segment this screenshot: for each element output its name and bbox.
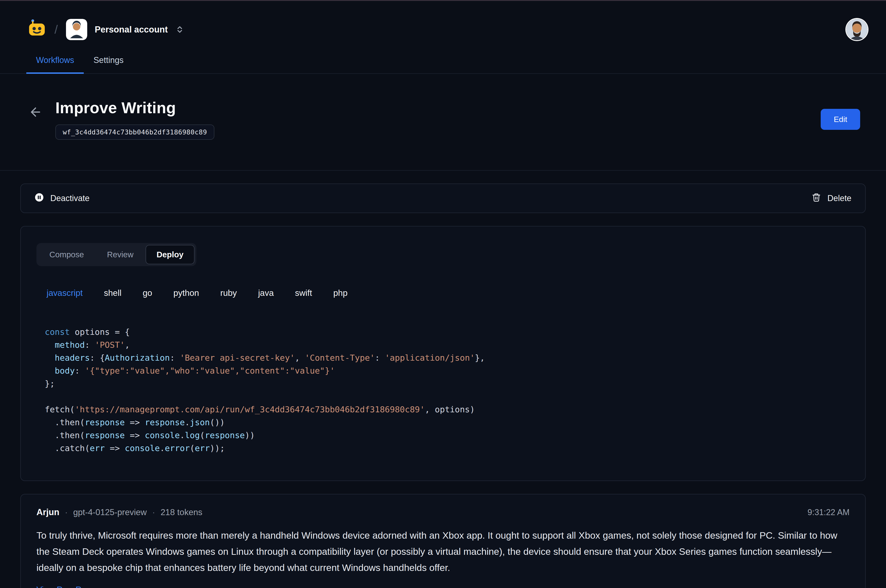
- result-body: To truly thrive, Microsoft requires more…: [36, 527, 850, 576]
- lang-tab-python[interactable]: python: [173, 288, 199, 298]
- chevron-up-down-icon: [176, 25, 184, 34]
- code-line: fetch('https://manageprompt.com/api/run/…: [45, 403, 850, 416]
- lang-tab-java[interactable]: java: [258, 288, 274, 298]
- result-author: Arjun: [36, 507, 59, 517]
- pause-circle-icon: [35, 193, 44, 204]
- primary-tabs: Workflows Settings: [0, 47, 886, 74]
- page-title: Improve Writing: [56, 99, 214, 117]
- result-model: gpt-4-0125-preview: [73, 507, 147, 517]
- result-timestamp: 9:31:22 AM: [808, 507, 850, 517]
- meta-separator: ·: [152, 507, 155, 517]
- code-line: .then(response => console.log(response)): [45, 429, 850, 442]
- lang-tab-php[interactable]: php: [333, 288, 348, 298]
- app-logo[interactable]: [26, 18, 48, 40]
- title-block: Improve Writing wf_3c4dd36474c73bb046b2d…: [56, 99, 214, 140]
- code-block: const options = { method: 'POST', header…: [36, 326, 850, 455]
- view-raw-response-link[interactable]: View Raw Response: [36, 585, 113, 588]
- main-content: Deactivate Delete Compose Review Deploy …: [0, 183, 886, 588]
- deploy-card: Compose Review Deploy javascript shell g…: [20, 226, 866, 481]
- meta-separator: ·: [65, 507, 68, 517]
- arrow-left-icon: [29, 105, 42, 121]
- workflow-id-badge: wf_3c4dd36474c73bb046b2df3186980c89: [56, 124, 214, 140]
- code-line: .catch(err => console.error(err));: [45, 442, 850, 455]
- segment-deploy[interactable]: Deploy: [146, 245, 195, 264]
- deactivate-label: Deactivate: [50, 194, 90, 203]
- edit-button[interactable]: Edit: [821, 109, 860, 130]
- code-line: };: [45, 377, 850, 390]
- back-button[interactable]: [29, 105, 42, 121]
- mode-segmented-control: Compose Review Deploy: [36, 243, 196, 266]
- code-line: const options = {: [45, 326, 850, 339]
- account-switcher[interactable]: Personal account: [66, 19, 184, 40]
- code-line: [45, 390, 850, 403]
- topbar: / Personal account: [0, 1, 886, 47]
- segment-compose[interactable]: Compose: [38, 245, 95, 264]
- result-tokens: 218 tokens: [161, 507, 202, 517]
- tab-settings[interactable]: Settings: [84, 47, 133, 74]
- tab-workflows[interactable]: Workflows: [26, 47, 84, 74]
- code-line: headers: {Authorization: 'Bearer api-sec…: [45, 351, 850, 364]
- delete-button[interactable]: Delete: [812, 193, 851, 204]
- delete-label: Delete: [827, 194, 851, 203]
- code-line: body: '{"type":"value","who":"value","co…: [45, 364, 850, 377]
- workflow-header: Improve Writing wf_3c4dd36474c73bb046b2d…: [0, 74, 886, 171]
- breadcrumb-separator: /: [54, 22, 58, 36]
- lang-tab-javascript[interactable]: javascript: [47, 288, 83, 298]
- user-avatar[interactable]: [846, 19, 868, 40]
- result-meta-row: Arjun · gpt-4-0125-preview · 218 tokens …: [36, 507, 850, 517]
- lang-tab-swift[interactable]: swift: [295, 288, 312, 298]
- robot-icon: [26, 18, 48, 42]
- trash-icon: [812, 193, 821, 204]
- result-card: Arjun · gpt-4-0125-preview · 218 tokens …: [20, 494, 866, 588]
- account-avatar: [66, 19, 87, 40]
- segment-review[interactable]: Review: [96, 245, 145, 264]
- code-line: method: 'POST',: [45, 339, 850, 351]
- lang-tab-ruby[interactable]: ruby: [220, 288, 237, 298]
- lang-tab-shell[interactable]: shell: [104, 288, 121, 298]
- code-line: .then(response => response.json()): [45, 416, 850, 429]
- language-tabs: javascript shell go python ruby java swi…: [36, 288, 850, 298]
- workflow-action-bar: Deactivate Delete: [20, 183, 866, 213]
- deactivate-button[interactable]: Deactivate: [35, 193, 90, 204]
- account-name: Personal account: [95, 25, 168, 34]
- lang-tab-go[interactable]: go: [143, 288, 152, 298]
